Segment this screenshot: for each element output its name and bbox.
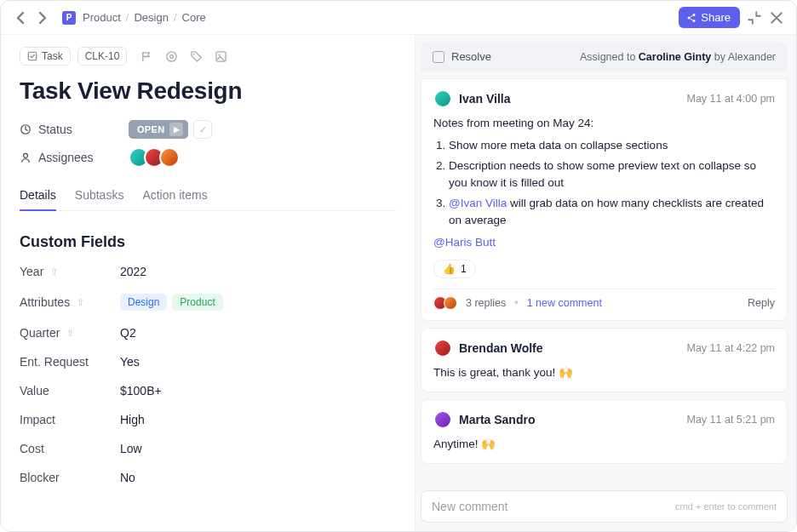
resolve-label: Resolve	[451, 50, 491, 63]
comment-author[interactable]: Marta Sandro	[459, 413, 535, 426]
custom-field-row: Value$100B+	[20, 384, 396, 398]
new-comment-placeholder: New comment	[432, 500, 507, 513]
resolve-checkbox[interactable]	[433, 51, 444, 63]
breadcrumb: Product / Design / Core	[83, 11, 206, 24]
task-chip[interactable]: Task	[20, 47, 71, 66]
custom-field-label: Impact	[20, 413, 120, 426]
close-icon[interactable]	[769, 10, 784, 26]
comment-author[interactable]: Ivan Villa	[459, 92, 510, 106]
pin-icon[interactable]: ⇧	[77, 297, 84, 308]
pin-icon[interactable]: ⇧	[50, 266, 58, 277]
status-value: OPEN	[137, 124, 164, 134]
comment-time: May 11 at 4:00 pm	[686, 93, 775, 105]
custom-field-value[interactable]: Yes	[120, 355, 140, 369]
avatar[interactable]	[433, 89, 452, 108]
svg-point-4	[167, 51, 176, 60]
custom-field-row: BlockerNo	[20, 471, 396, 484]
custom-field-label: Blocker	[20, 471, 120, 484]
custom-field-value[interactable]: Low	[120, 442, 142, 455]
svg-rect-3	[28, 52, 36, 60]
avatar[interactable]	[433, 410, 452, 429]
tag[interactable]: Design	[120, 294, 167, 311]
image-icon[interactable]	[215, 50, 227, 63]
mention[interactable]: @Haris Butt	[433, 236, 496, 249]
reaction[interactable]: 👍1	[433, 260, 476, 278]
custom-field-label: Value	[20, 384, 120, 398]
compose-hint: cmd + enter to comment	[675, 501, 777, 512]
breadcrumb-item[interactable]: Design	[134, 11, 168, 24]
tab-action-items[interactable]: Action items	[142, 181, 207, 210]
mention[interactable]: @Ivan Villa	[449, 197, 507, 209]
svg-point-8	[219, 54, 221, 55]
reply-button[interactable]: Reply	[748, 297, 775, 309]
svg-point-1	[688, 16, 691, 19]
comment-body: This is great, thank you! 🙌	[433, 364, 775, 381]
status-label: Status	[20, 123, 129, 136]
custom-field-label: Year⇧	[20, 265, 120, 278]
comment: Brendan WolfeMay 11 at 4:22 pmThis is gr…	[421, 328, 788, 392]
assignees-label: Assignees	[20, 151, 129, 164]
comment-author[interactable]: Brendan Wolfe	[459, 341, 543, 355]
custom-field-row: Ent. RequestYes	[20, 355, 396, 369]
nav-forward[interactable]	[35, 10, 50, 26]
custom-field-value[interactable]: 2022	[120, 265, 146, 278]
custom-field-row: Year⇧2022	[20, 265, 396, 278]
avatar[interactable]	[444, 296, 457, 310]
page-title: Task View Redesign	[20, 77, 396, 105]
thread-meta: 3 replies•1 new commentReply	[433, 289, 775, 310]
share-label: Share	[701, 11, 731, 24]
svg-point-5	[170, 54, 174, 58]
custom-field-label: Quarter⇧	[20, 326, 120, 340]
tab-details[interactable]: Details	[20, 181, 56, 210]
sprint-icon[interactable]	[165, 50, 178, 63]
breadcrumb-item[interactable]: Product	[83, 11, 121, 24]
svg-point-2	[693, 20, 696, 22]
avatar[interactable]	[159, 147, 180, 168]
task-id-chip[interactable]: CLK-10	[77, 47, 128, 66]
task-chip-label: Task	[42, 50, 63, 62]
comment-time: May 11 at 5:21 pm	[686, 414, 775, 426]
avatar[interactable]	[433, 339, 452, 358]
nav-back[interactable]	[13, 10, 28, 26]
custom-field-row: ImpactHigh	[20, 413, 396, 426]
comment-body: Anytime! 🙌	[433, 436, 775, 453]
assignees-avatars[interactable]	[129, 147, 180, 168]
comments-pane: Resolve Assigned to Caroline Ginty by Al…	[415, 35, 796, 531]
workspace-logo[interactable]: P	[62, 11, 76, 25]
custom-field-label: Attributes⇧	[20, 295, 120, 309]
status-next-icon[interactable]: ▶	[169, 123, 183, 136]
new-comment-input[interactable]: New comment cmd + enter to comment	[421, 490, 788, 523]
assigned-to: Assigned to Caroline Ginty by Alexander	[580, 51, 776, 63]
details-pane: Task CLK-10	[1, 35, 415, 531]
new-comment-badge[interactable]: 1 new comment	[527, 297, 602, 309]
comment: Ivan VillaMay 11 at 4:00 pmNotes from me…	[421, 78, 788, 321]
custom-fields-heading: Custom Fields	[20, 233, 396, 251]
pin-icon[interactable]: ⇧	[66, 328, 74, 339]
tab-subtasks[interactable]: Subtasks	[75, 181, 124, 210]
share-button[interactable]: Share	[679, 7, 740, 28]
custom-field-value[interactable]: DesignProduct	[120, 294, 228, 311]
custom-field-label: Cost	[20, 442, 120, 455]
svg-point-10	[24, 153, 28, 157]
task-id: CLK-10	[85, 50, 120, 62]
comment-body: Notes from meeting on May 24:Show more m…	[433, 115, 775, 251]
svg-point-6	[193, 53, 195, 54]
custom-field-row: Quarter⇧Q2	[20, 326, 396, 340]
custom-field-value[interactable]: Q2	[120, 326, 136, 340]
replies-count[interactable]: 3 replies	[466, 297, 506, 309]
comment-time: May 11 at 4:22 pm	[686, 342, 775, 354]
custom-field-label: Ent. Request	[20, 355, 120, 369]
custom-field-row: Attributes⇧DesignProduct	[20, 294, 396, 311]
flag-icon[interactable]	[140, 50, 153, 63]
custom-field-value[interactable]: No	[120, 471, 135, 484]
tag[interactable]: Product	[172, 294, 222, 311]
breadcrumb-item[interactable]: Core	[182, 11, 206, 24]
minimize-icon[interactable]	[747, 10, 762, 26]
status-pill[interactable]: OPEN ▶	[129, 120, 188, 139]
custom-field-value[interactable]: $100B+	[120, 384, 162, 398]
custom-field-value[interactable]: High	[120, 413, 145, 426]
tag-icon[interactable]	[190, 50, 203, 63]
mark-complete-button[interactable]: ✓	[193, 120, 212, 139]
svg-rect-7	[216, 51, 226, 60]
thread-header: Resolve Assigned to Caroline Ginty by Al…	[421, 42, 788, 72]
